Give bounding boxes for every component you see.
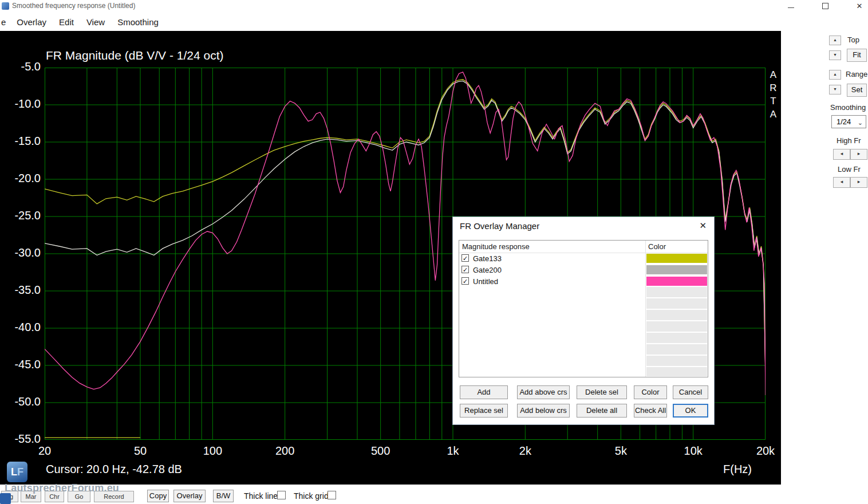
menu-item-smoothing[interactable]: Smoothing xyxy=(111,17,165,27)
add-button[interactable]: Add xyxy=(460,385,508,399)
dialog-title: FR Overlay Manager xyxy=(460,221,539,231)
arta-watermark: ARTA xyxy=(767,69,779,122)
y-tick-label: -40.0 xyxy=(0,321,41,334)
copy-button[interactable]: Copy xyxy=(147,490,169,502)
y-tick-label: -20.0 xyxy=(0,172,41,185)
color-swatch xyxy=(646,277,707,286)
overlay-name: Untitled xyxy=(473,277,498,286)
delete-all-button[interactable]: Delete all xyxy=(577,404,627,418)
list-item[interactable]: ✓ Untitled xyxy=(459,275,708,287)
chart-title: FR Magnitude (dB V/V - 1/24 oct) xyxy=(46,49,223,62)
add-above-crs-button[interactable]: Add above crs xyxy=(517,385,570,399)
overlay-name: Gate133 xyxy=(473,254,502,263)
check-all-button[interactable]: Check All xyxy=(634,404,667,418)
fit-button[interactable]: Fit xyxy=(847,49,867,62)
overlay-button[interactable]: Overlay xyxy=(173,490,206,502)
fr-overlay-manager-dialog: FR Overlay Manager ✕ Magnitude response … xyxy=(452,216,715,425)
maximize-icon xyxy=(822,3,828,9)
high-fr-label: High Fr xyxy=(837,136,861,145)
top-down-button[interactable]: ▼ xyxy=(829,50,841,60)
menubar: e Overlay Edit View Smoothing xyxy=(0,13,868,31)
bottom-left-app-icon xyxy=(0,493,11,504)
y-tick-label: -10.0 xyxy=(0,97,41,111)
x-tick-label: 50 xyxy=(134,444,147,458)
empty-color-column xyxy=(646,287,707,376)
dialog-close-icon[interactable]: ✕ xyxy=(699,220,707,231)
forum-watermark-text: LautsprecherForum.eu xyxy=(5,482,119,494)
thick-line-checkbox[interactable] xyxy=(277,491,286,499)
chevron-down-icon: ⌄ xyxy=(858,117,863,129)
delete-sel-button[interactable]: Delete sel xyxy=(577,385,627,399)
thick-line-label: Thick line xyxy=(244,491,278,501)
y-tick-label: -15.0 xyxy=(0,135,41,148)
overlay-name: Gate200 xyxy=(473,266,502,274)
y-tick-label: -5.0 xyxy=(0,60,41,73)
y-tick-label: -45.0 xyxy=(0,358,41,371)
close-button[interactable]: ✕ xyxy=(849,0,868,12)
high-fr-right-button[interactable]: ▸ xyxy=(850,149,867,160)
list-item[interactable]: ✓ Gate133 xyxy=(459,253,708,264)
low-fr-right-button[interactable]: ▸ xyxy=(850,177,867,188)
menu-item-edit[interactable]: Edit xyxy=(53,17,80,27)
cursor-readout: Cursor: 20.0 Hz, -42.78 dB xyxy=(46,463,182,476)
column-header-magnitude: Magnitude response xyxy=(462,242,530,251)
column-header-color: Color xyxy=(648,242,666,251)
x-tick-label: 100 xyxy=(203,444,222,458)
range-up-button[interactable]: ▲ xyxy=(829,70,841,80)
forum-logo: LF xyxy=(7,462,27,482)
range-label: Range xyxy=(846,70,867,78)
y-tick-label: -25.0 xyxy=(0,209,41,222)
top-up-button[interactable]: ▲ xyxy=(829,36,841,45)
overlay-list[interactable]: Magnitude response Color ✓ Gate133 ✓ Gat… xyxy=(459,240,708,377)
color-button[interactable]: Color xyxy=(634,385,667,399)
x-tick-label: 500 xyxy=(371,444,390,458)
menu-item-overlay[interactable]: Overlay xyxy=(10,17,53,27)
low-fr-label: Low Fr xyxy=(838,165,861,174)
checkbox-checked[interactable]: ✓ xyxy=(461,277,469,285)
app-window: Smoothed frequency response (Untitled) ✕… xyxy=(0,0,868,504)
maximize-button[interactable] xyxy=(815,0,835,12)
x-tick-label: 20 xyxy=(38,444,51,458)
thick-grid-checkbox[interactable] xyxy=(328,491,336,499)
high-fr-left-button[interactable]: ◂ xyxy=(833,149,850,160)
menu-item-view[interactable]: View xyxy=(80,17,111,27)
y-tick-label: -30.0 xyxy=(0,246,41,259)
y-tick-label: -55.0 xyxy=(0,432,41,446)
color-swatch xyxy=(646,265,707,274)
x-tick-label: 20k xyxy=(756,444,775,458)
titlebar: Smoothed frequency response (Untitled) ✕ xyxy=(0,0,868,13)
menu-item-file-partial[interactable]: e xyxy=(0,17,10,27)
app-icon xyxy=(2,2,9,10)
x-tick-label: 2k xyxy=(519,444,531,458)
y-tick-label: -35.0 xyxy=(0,284,41,297)
cancel-button[interactable]: Cancel xyxy=(673,385,708,399)
thick-grid-label: Thick grid xyxy=(294,491,329,501)
add-below-crs-button[interactable]: Add below crs xyxy=(517,404,570,418)
x-axis-title: F(Hz) xyxy=(723,463,752,476)
x-tick-label: 1k xyxy=(447,444,459,458)
minimize-button[interactable] xyxy=(780,0,801,12)
ok-button[interactable]: OK xyxy=(673,404,708,418)
x-tick-label: 200 xyxy=(275,444,294,458)
window-title: Smoothed frequency response (Untitled) xyxy=(12,2,135,10)
range-down-button[interactable]: ▼ xyxy=(829,85,841,94)
color-swatch xyxy=(646,254,707,263)
minimize-icon xyxy=(788,7,794,8)
smoothing-value: 1/24 xyxy=(837,117,851,126)
set-button[interactable]: Set xyxy=(847,84,867,97)
checkbox-checked[interactable]: ✓ xyxy=(461,254,469,262)
replace-sel-button[interactable]: Replace sel xyxy=(460,404,508,418)
x-tick-label: 10k xyxy=(684,444,703,458)
x-tick-label: 5k xyxy=(615,444,627,458)
bw-button[interactable]: B/W xyxy=(213,490,234,502)
low-fr-left-button[interactable]: ◂ xyxy=(833,177,850,188)
list-item[interactable]: ✓ Gate200 xyxy=(459,264,708,275)
top-label: Top xyxy=(847,36,859,44)
smoothing-label: Smoothing xyxy=(830,103,866,112)
smoothing-dropdown[interactable]: 1/24 ⌄ xyxy=(831,115,866,128)
y-tick-label: -50.0 xyxy=(0,395,41,408)
checkbox-checked[interactable]: ✓ xyxy=(461,266,469,273)
